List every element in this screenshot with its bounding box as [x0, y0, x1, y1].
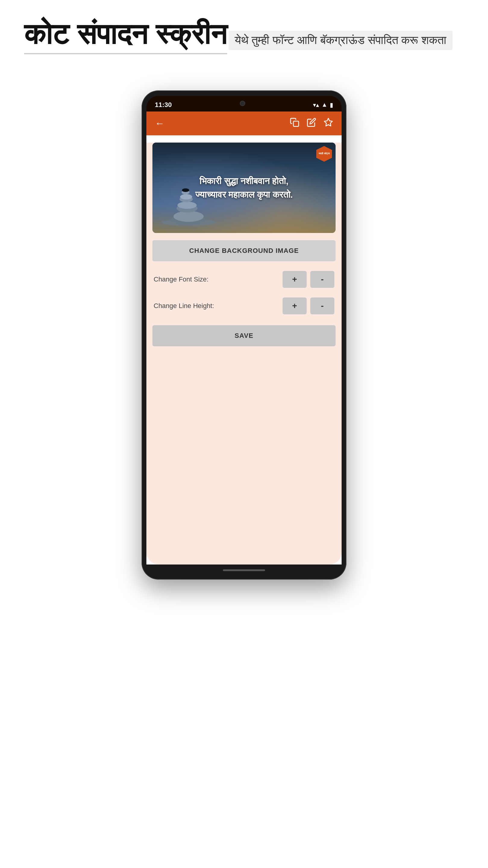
svg-rect-0: [293, 121, 298, 126]
app-content: मराठी कोट्स भिकारी सुद्धा नशीबवान होतो,ज…: [147, 143, 341, 564]
toolbar-icons: [290, 118, 333, 129]
status-icons: ▾▴ ▲ ▮: [313, 101, 333, 108]
camera-dot: [240, 101, 245, 106]
page-subtitle: येथे तुम्ही फॉन्ट आणि बॅकग्राऊंड संपादित…: [229, 31, 452, 50]
quote-text: भिकारी सुद्धा नशीबवान होतो,ज्याच्यावर मह…: [161, 174, 326, 201]
font-size-control: Change Font Size: + -: [147, 267, 341, 291]
signal-icon: ▲: [321, 101, 327, 108]
phone-mockup: 11:30 ▾▴ ▲ ▮ ←: [141, 90, 347, 580]
change-background-button[interactable]: CHANGE BACKGROUND IMAGE: [153, 240, 335, 261]
font-size-increase-button[interactable]: +: [283, 271, 307, 288]
status-bar: 11:30 ▾▴ ▲ ▮: [147, 96, 341, 112]
badge-text: मराठी कोट्स: [319, 153, 329, 155]
line-height-increase-button[interactable]: +: [283, 298, 307, 314]
home-bar: [223, 569, 265, 571]
battery-icon: ▮: [330, 101, 333, 108]
svg-point-4: [173, 211, 204, 222]
inner-screen: ←: [147, 112, 341, 564]
back-button[interactable]: ←: [155, 118, 164, 129]
copy-icon[interactable]: [290, 118, 299, 129]
home-indicator: [147, 569, 341, 571]
line-height-buttons: + -: [283, 298, 334, 314]
line-height-decrease-button[interactable]: -: [310, 298, 334, 314]
page-title: कोट संपादन स्क्रीन: [24, 18, 227, 54]
quote-card: मराठी कोट्स भिकारी सुद्धा नशीबवान होतो,ज…: [153, 143, 335, 233]
page-header: कोट संपादन स्क्रीन येथे तुम्ही फॉन्ट आणि…: [0, 0, 488, 66]
edit-icon[interactable]: [307, 118, 316, 129]
wifi-icon: ▾▴: [313, 101, 319, 108]
line-height-label: Change Line Height:: [154, 302, 283, 310]
svg-point-6: [177, 202, 197, 209]
favorite-icon[interactable]: [324, 118, 333, 129]
font-size-buttons: + -: [283, 271, 334, 288]
status-time: 11:30: [155, 101, 172, 109]
font-size-decrease-button[interactable]: -: [310, 271, 334, 288]
font-size-label: Change Font Size:: [154, 276, 283, 283]
camera-notch: [240, 101, 245, 109]
line-height-control: Change Line Height: + -: [147, 294, 341, 318]
app-toolbar: ←: [147, 112, 341, 135]
save-button[interactable]: SAVE: [153, 325, 335, 346]
svg-marker-1: [324, 118, 332, 126]
phone-wrapper: 11:30 ▾▴ ▲ ▮ ←: [0, 90, 488, 580]
